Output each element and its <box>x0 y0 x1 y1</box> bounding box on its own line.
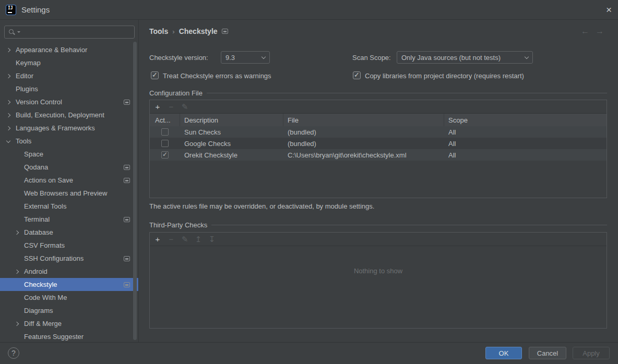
close-icon[interactable]: × <box>606 5 612 15</box>
sidebar-item-database[interactable]: Database <box>0 226 138 239</box>
configuration-table-body: Sun Checks (bundled) All Google Checks (… <box>150 126 607 161</box>
third-party-toolbar: +−✎↥↧ <box>150 233 607 246</box>
sidebar-item-version-control[interactable]: Version Control <box>0 95 138 108</box>
sidebar-item-build-execution-deployment[interactable]: Build, Execution, Deployment <box>0 108 138 122</box>
sidebar-item-label: Plugins <box>16 85 38 93</box>
sidebar-item-android[interactable]: Android <box>0 265 138 278</box>
sidebar-item-csv-formats[interactable]: CSV Formats <box>0 239 138 252</box>
window-title: Settings <box>21 5 50 14</box>
copy-libraries-checkbox[interactable] <box>353 71 361 79</box>
sidebar-item-label: Android <box>24 268 47 275</box>
version-select-value: 9.3 <box>225 54 258 62</box>
cell-description: Google Checks <box>180 140 283 148</box>
column-header-file[interactable]: File <box>283 114 444 126</box>
modified-settings-icon <box>124 165 130 170</box>
cell-file: (bundled) <box>283 140 444 148</box>
add-icon[interactable]: + <box>154 103 161 111</box>
move-down-icon[interactable]: ↧ <box>208 235 216 243</box>
chevron-down-icon <box>262 55 266 59</box>
remove-icon[interactable]: − <box>168 103 175 111</box>
empty-list-text: Nothing to show <box>150 246 607 275</box>
sidebar-item-ssh-configurations[interactable]: SSH Configurations <box>0 252 138 265</box>
modified-settings-icon <box>222 29 228 34</box>
sidebar-item-label: Space <box>24 150 43 158</box>
cell-file: C:\Users\bryan\git\orekit\checkstyle.xml <box>283 151 444 159</box>
search-input[interactable] <box>4 26 135 39</box>
chevron-icon <box>15 321 19 325</box>
edit-icon[interactable]: ✎ <box>181 103 188 111</box>
sidebar-item-label: Version Control <box>16 98 62 106</box>
breadcrumb: Tools › Checkstyle <box>149 27 228 35</box>
ok-button[interactable]: OK <box>485 347 522 359</box>
help-button[interactable]: ? <box>8 347 19 359</box>
sidebar-item-web-browsers-and-preview[interactable]: Web Browsers and Preview <box>0 187 138 200</box>
remove-icon[interactable]: − <box>168 235 175 243</box>
sidebar-item-label: CSV Formats <box>24 241 65 249</box>
move-up-icon[interactable]: ↥ <box>195 235 202 243</box>
scan-scope-select[interactable]: Only Java sources (but not tests) <box>397 51 533 64</box>
cancel-button[interactable]: Cancel <box>529 347 566 359</box>
sidebar-item-checkstyle[interactable]: Checkstyle <box>0 278 138 291</box>
sidebar-item-label: Tools <box>16 137 31 145</box>
sidebar-item-diff-merge[interactable]: Diff & Merge <box>0 317 138 330</box>
configuration-file-section-title: Configuration File <box>149 89 607 97</box>
cell-description: Orekit Checkstyle <box>180 151 283 159</box>
sidebar-item-qodana[interactable]: Qodana <box>0 161 138 174</box>
sidebar-item-diagrams[interactable]: Diagrams <box>0 304 138 317</box>
treat-errors-checkbox[interactable] <box>151 71 159 79</box>
sidebar-item-terminal[interactable]: Terminal <box>0 213 138 226</box>
table-row[interactable]: Sun Checks (bundled) All <box>150 126 607 138</box>
breadcrumb-parent[interactable]: Tools <box>149 27 168 35</box>
version-select[interactable]: 9.3 <box>221 51 270 64</box>
sidebar-item-appearance-behavior[interactable]: Appearance & Behavior <box>0 43 138 56</box>
sidebar-item-languages-frameworks[interactable]: Languages & Frameworks <box>0 122 138 135</box>
cell-scope: All <box>444 151 607 159</box>
version-label: Checkstyle version: <box>149 54 208 62</box>
edit-icon[interactable]: ✎ <box>181 235 188 243</box>
sidebar-item-plugins[interactable]: Plugins <box>0 82 138 95</box>
add-icon[interactable]: + <box>154 235 161 243</box>
column-header-active[interactable]: Act... <box>150 114 180 126</box>
sidebar-item-label: Checkstyle <box>24 281 57 288</box>
table-row[interactable]: Google Checks (bundled) All <box>150 138 607 149</box>
sidebar-item-code-with-me[interactable]: Code With Me <box>0 291 138 304</box>
forward-arrow-icon[interactable]: → <box>596 27 604 36</box>
apply-button[interactable]: Apply <box>573 347 610 359</box>
column-header-scope[interactable]: Scope <box>444 114 607 126</box>
modified-settings-icon <box>124 217 130 222</box>
configuration-file-toolbar: +−✎ <box>150 100 607 114</box>
intellij-logo-icon <box>6 5 16 15</box>
treat-errors-label: Treat Checkstyle errors as warnings <box>163 72 271 80</box>
sidebar-item-keymap[interactable]: Keymap <box>0 56 138 69</box>
active-checkbox[interactable] <box>161 140 169 147</box>
active-checkbox[interactable] <box>161 128 169 136</box>
scan-scope-select-value: Only Java sources (but not tests) <box>401 54 521 62</box>
chevron-down-icon <box>525 55 529 59</box>
chevron-icon <box>15 230 19 234</box>
active-checkbox[interactable] <box>161 151 169 159</box>
sidebar-item-label: Editor <box>16 72 33 80</box>
sidebar-item-tools[interactable]: Tools <box>0 135 138 148</box>
sidebar-item-editor[interactable]: Editor <box>0 69 138 82</box>
sidebar-item-external-tools[interactable]: External Tools <box>0 200 138 213</box>
sidebar-item-space[interactable]: Space <box>0 148 138 161</box>
column-header-description[interactable]: Description <box>180 114 283 126</box>
sidebar-item-features-suggester[interactable]: Features Suggester <box>0 330 138 342</box>
back-arrow-icon[interactable]: ← <box>581 27 589 36</box>
sidebar-item-actions-on-save[interactable]: Actions on Save <box>0 174 138 187</box>
third-party-title-text: Third-Party Checks <box>149 221 207 229</box>
sidebar-item-label: Diff & Merge <box>24 320 62 327</box>
cell-scope: All <box>444 140 607 148</box>
settings-dialog: Settings × Appearance & Behavior Keymap … <box>0 0 618 364</box>
sidebar-scrollbar[interactable] <box>133 42 137 340</box>
sidebar-item-label: Keymap <box>16 59 41 67</box>
chevron-icon <box>6 138 10 142</box>
sidebar-item-label: Database <box>24 228 53 236</box>
sidebar-item-label: Build, Execution, Deployment <box>16 111 104 119</box>
cell-description: Sun Checks <box>180 128 283 136</box>
cell-file: (bundled) <box>283 128 444 136</box>
table-row[interactable]: Orekit Checkstyle C:\Users\bryan\git\ore… <box>150 149 607 161</box>
copy-libraries-label: Copy libraries from project directory (r… <box>365 72 524 80</box>
configuration-file-title-text: Configuration File <box>149 89 203 97</box>
modified-settings-icon <box>124 178 130 183</box>
